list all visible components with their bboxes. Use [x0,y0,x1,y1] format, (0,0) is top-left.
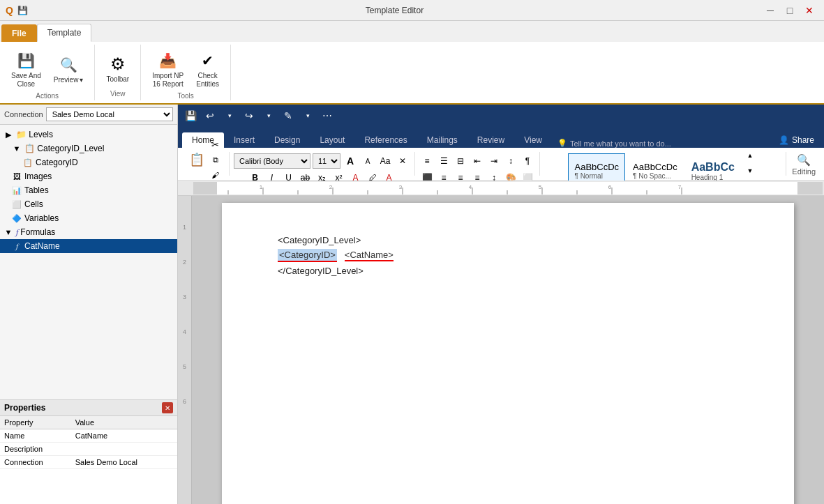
svg-text:7: 7 [678,184,682,190]
categoryid-level-close-tag: </CategoryID_Level> [278,266,364,276]
vruler-1: 1 [183,224,186,259]
minimize-button[interactable]: ─ [761,3,779,17]
font-row1: Calibri (Body 11 A A Aa ✕ [234,153,410,169]
connection-label: Connection [4,110,43,119]
preview-button[interactable]: 🔍 Preview ▾ [50,52,88,86]
tree-item-tables[interactable]: 📊 Tables [0,183,177,197]
tab-review[interactable]: Review [467,132,514,148]
multilevel-btn[interactable]: ⊟ [453,153,468,169]
properties-close-button[interactable]: ✕ [162,402,173,413]
word-area: 💾 ↩ ▾ ↪ ▾ ✎ ▾ ⋯ Home Insert Design Layou… [178,105,824,504]
redo-dropdown-btn[interactable]: ▾ [260,108,277,123]
styles-up-btn[interactable]: ▲ [742,148,758,163]
expand-icon: ▶ [3,129,14,140]
title-bar-left: Q 💾 [6,5,28,16]
expand-icon2: ▼ [11,143,22,154]
tree-item-categoryid-level[interactable]: ▼ 📋 CategoryID_Level [0,142,177,155]
tab-references[interactable]: References [354,132,417,148]
doc-line-1: <CategoryID_Level> [278,235,738,245]
ruler: 1 2 3 4 5 6 [178,181,824,196]
categoryid-tag[interactable]: <CategoryID> [278,249,337,262]
redo-btn[interactable]: ↪ [241,108,257,123]
format-paint-btn[interactable]: ✎ [280,108,297,123]
table-icon: 📋 [24,144,35,153]
close-button[interactable]: ✕ [800,3,818,17]
svg-text:1: 1 [260,184,263,190]
clear-format-btn[interactable]: ✕ [395,153,410,169]
tab-view[interactable]: View [514,132,552,148]
font-family-select[interactable]: Calibri (Body [234,153,310,169]
view-items: ⚙ Toolbar [102,47,133,89]
toolbar-button[interactable]: ⚙ Toolbar [102,51,133,86]
doc-line-3: </CategoryID_Level> [278,266,738,276]
cut-copy-group: ✂ ⧉ 🖌 [208,137,223,183]
tree-item-images[interactable]: 🖼 Images [0,169,177,183]
svg-rect-1 [193,182,217,194]
paste-btn[interactable]: 📋 [187,150,207,169]
change-case-btn[interactable]: Aa [377,153,393,169]
catname-formula-tag[interactable]: <CatName> [345,250,394,261]
tab-layout[interactable]: Layout [310,132,354,148]
tree-item-catname[interactable]: 𝑓 CatName [0,239,177,253]
tab-insert[interactable]: Insert [224,132,264,148]
share-button[interactable]: 👤 Share [773,132,820,148]
undo-btn[interactable]: ↩ [202,108,218,123]
document-content[interactable]: <CategoryID_Level> <CategoryID> <CatName… [278,235,738,276]
save-icon-small[interactable]: 💾 [17,6,28,15]
styles-down-btn[interactable]: ▼ [742,163,758,178]
cut-btn[interactable]: ✂ [208,137,223,152]
check-entities-button[interactable]: ✔ CheckEntities [192,47,223,91]
tell-me-text[interactable]: Tell me what you want to do... [570,139,671,148]
tree-item-categoryid[interactable]: 📋 CategoryID [0,155,177,169]
format-dropdown-btn[interactable]: ▾ [299,108,316,123]
tab-design[interactable]: Design [264,132,310,148]
document-scroll[interactable]: <CategoryID_Level> <CategoryID> <CatName… [192,196,824,504]
style-h1-label: Heading 1 [691,174,724,181]
font-grow-btn[interactable]: A [343,153,358,169]
preview-dropdown-arrow[interactable]: ▾ [80,76,83,84]
document-page[interactable]: <CategoryID_Level> <CategoryID> <CatName… [222,203,794,504]
decrease-indent-btn[interactable]: ⇤ [470,153,485,169]
more-btn[interactable]: ⋯ [319,108,336,123]
import-np-button[interactable]: 📥 Import NP16 Report [148,47,188,91]
tab-template[interactable]: Template [37,24,92,42]
bullets-btn[interactable]: ≡ [419,153,435,169]
increase-indent-btn[interactable]: ⇥ [486,153,502,169]
tree-item-levels-label: 📁 [16,130,27,139]
tree-item-levels[interactable]: ▶ 📁 Levels [0,128,177,142]
preview-label: Preview ▾ [54,76,84,84]
show-marks-btn[interactable]: ¶ [520,153,535,169]
share-icon: 👤 [779,135,789,145]
properties-table: Property Value Name CatName Description … [0,416,177,469]
maximize-button[interactable]: □ [781,3,799,17]
quick-save-btn[interactable]: 💾 [182,108,199,123]
view-section-label: View [110,90,126,98]
tree-item-formulas[interactable]: ▼ 𝑓 Formulas [0,225,177,239]
undo-dropdown-btn[interactable]: ▾ [221,108,238,123]
tab-file[interactable]: File [1,24,37,42]
styles-group: AaBbCcDc ¶ Normal AaBbCcDc ¶ No Spac... … [540,152,786,176]
prop-name-label: Name [0,429,71,443]
font-size-select[interactable]: 11 [313,153,340,169]
tree-item-variables[interactable]: 🔷 Variables [0,211,177,225]
numbering-btn[interactable]: ☰ [436,153,451,169]
sort-btn[interactable]: ↕ [503,153,518,169]
tab-mailings[interactable]: Mailings [417,132,467,148]
ruler-inner: 1 2 3 4 5 6 [193,182,823,194]
ribbon-section-tools: 📥 Import NP16 Report ✔ CheckEntities Too… [141,45,231,100]
prop-conn-label: Connection [0,456,71,469]
connection-select[interactable]: Sales Demo Local [46,107,173,121]
tree-item-cells[interactable]: ⬜ Cells [0,197,177,211]
formulas-icon: 𝑓 [16,227,18,237]
mini-toolbar: 💾 ↩ ▾ ↪ ▾ ✎ ▾ ⋯ [178,105,824,127]
prop-row-description: Description [0,443,177,456]
save-and-close-button[interactable]: 💾 Save AndClose [7,47,45,91]
editing-label: Editing [792,167,816,176]
font-shrink-btn[interactable]: A [360,153,375,169]
prop-row-name: Name CatName [0,429,177,443]
copy-btn[interactable]: ⧉ [208,152,223,167]
svg-text:5: 5 [539,184,542,190]
search-btn[interactable]: 🔍 [796,152,811,167]
ribbon-section-actions: 💾 Save AndClose 🔍 Preview ▾ Actions [0,45,95,100]
style-nospace-preview: AaBbCcDc [633,162,677,172]
